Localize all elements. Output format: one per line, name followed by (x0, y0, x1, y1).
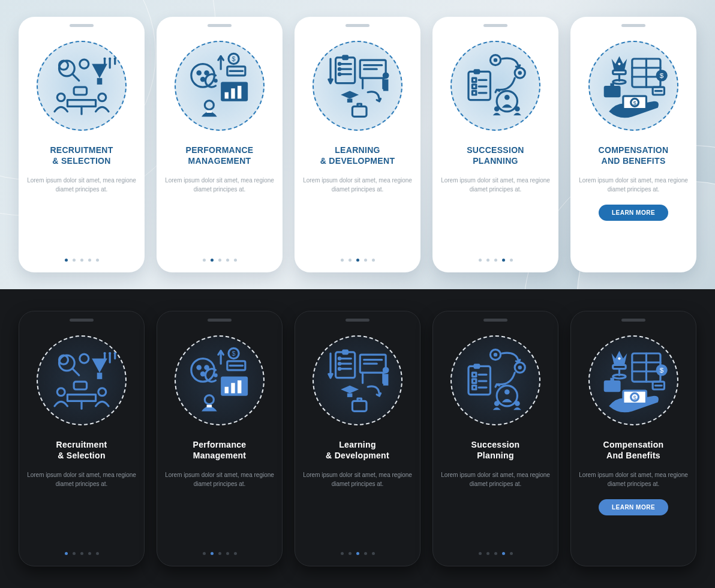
phone-notch (208, 319, 232, 322)
screen-title: LEARNING& DEVELOPMENT (320, 145, 395, 166)
succession-icon (450, 41, 540, 131)
succession-icon (450, 335, 540, 425)
pagination-dots[interactable] (479, 552, 513, 555)
phone-dark-4: SuccessionPlanning Lorem ipsum dolor sit… (432, 311, 558, 566)
learn-more-button[interactable]: LEARN MORE (599, 205, 668, 221)
pagination-dots[interactable] (479, 259, 513, 262)
screen-title: PerformanceManagement (193, 440, 247, 461)
screen-description: Lorem ipsum dolor sit amet, mea regione … (26, 470, 137, 488)
phone-notch (483, 24, 507, 27)
screen-title: PERFORMANCEMANAGEMENT (186, 145, 254, 166)
phone-light-1: RECRUITMENT& SELECTION Lorem ipsum dolor… (19, 17, 145, 272)
recruitment-icon (37, 335, 127, 425)
screen-title: SUCCESSIONPLANNING (467, 145, 524, 166)
performance-icon (175, 41, 265, 131)
pagination-dots[interactable] (341, 552, 375, 555)
phone-light-2: PERFORMANCEMANAGEMENT Lorem ipsum dolor … (157, 17, 283, 272)
phone-notch (70, 24, 94, 27)
phone-notch (621, 319, 645, 322)
phone-notch (70, 319, 94, 322)
screen-title: COMPENSATIONAND BENEFITS (599, 145, 669, 166)
screen-description: Lorem ipsum dolor sit amet, mea regione … (578, 470, 689, 488)
phone-notch (208, 24, 232, 27)
screen-description: Lorem ipsum dolor sit amet, mea regione … (578, 176, 689, 194)
learn-more-button[interactable]: LEARN MORE (599, 499, 668, 515)
screen-title: Recruitment& Selection (56, 440, 107, 461)
screen-description: Lorem ipsum dolor sit amet, mea regione … (164, 176, 275, 194)
phone-light-3: LEARNING& DEVELOPMENT Lorem ipsum dolor … (295, 17, 420, 272)
screen-description: Lorem ipsum dolor sit amet, mea regione … (440, 176, 551, 194)
light-theme-row: RECRUITMENT& SELECTION Lorem ipsum dolor… (0, 0, 715, 289)
pagination-dots[interactable] (65, 259, 99, 262)
screen-title: CompensationAnd Benefits (603, 440, 664, 461)
screen-description: Lorem ipsum dolor sit amet, mea regione … (302, 470, 413, 488)
screen-title: SuccessionPlanning (471, 440, 520, 461)
phone-light-5: COMPENSATIONAND BENEFITS Lorem ipsum dol… (570, 17, 696, 272)
phone-dark-5: CompensationAnd Benefits Lorem ipsum dol… (570, 311, 696, 566)
screen-description: Lorem ipsum dolor sit amet, mea regione … (302, 176, 413, 194)
phone-dark-2: PerformanceManagement Lorem ipsum dolor … (157, 311, 283, 566)
pagination-dots[interactable] (341, 259, 375, 262)
pagination-dots[interactable] (203, 259, 237, 262)
screen-description: Lorem ipsum dolor sit amet, mea regione … (26, 176, 137, 194)
dark-theme-row: Recruitment& Selection Lorem ipsum dolor… (0, 289, 715, 588)
phone-notch (621, 24, 645, 27)
performance-icon (175, 335, 265, 425)
screen-title: RECRUITMENT& SELECTION (50, 145, 113, 166)
phone-dark-1: Recruitment& Selection Lorem ipsum dolor… (19, 311, 145, 566)
screen-title: Learning& Development (326, 440, 389, 461)
phone-light-4: SUCCESSIONPLANNING Lorem ipsum dolor sit… (432, 17, 558, 272)
phone-notch (346, 24, 369, 27)
pagination-dots[interactable] (65, 552, 99, 555)
compensation-icon (588, 41, 678, 131)
learning-icon (313, 41, 402, 131)
phone-notch (346, 319, 369, 322)
phone-notch (483, 319, 507, 322)
screen-description: Lorem ipsum dolor sit amet, mea regione … (440, 470, 551, 488)
recruitment-icon (37, 41, 127, 131)
phone-dark-3: Learning& Development Lorem ipsum dolor … (295, 311, 420, 566)
compensation-icon (588, 335, 678, 425)
screen-description: Lorem ipsum dolor sit amet, mea regione … (164, 470, 275, 488)
learning-icon (313, 335, 402, 425)
pagination-dots[interactable] (203, 552, 237, 555)
